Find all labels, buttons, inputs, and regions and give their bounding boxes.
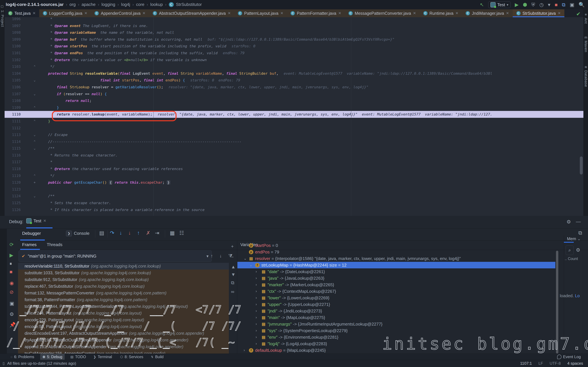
indent-style[interactable]: 4 spaces xyxy=(567,361,583,366)
toolwindow-button-5-debug[interactable]: ⬢5: Debug xyxy=(40,354,65,360)
breadcrumb-segment[interactable]: core xyxy=(136,2,144,7)
sidebar-item-project[interactable]: 1: Project xyxy=(0,10,5,27)
code-line[interactable]: 1104 protected String resolveVariable(fi… xyxy=(5,70,583,77)
editor-tab[interactable]: CTest.java✕ xyxy=(5,9,39,17)
tab-console[interactable]: Console xyxy=(74,231,89,236)
search-everywhere-icon[interactable]: 🔍 xyxy=(579,1,585,8)
code-line[interactable]: 1096 * xyxy=(5,17,583,22)
breadcrumb-segment[interactable]: lookup xyxy=(150,2,163,7)
code-line[interactable]: 1100 * @param startPos the start positio… xyxy=(5,43,583,50)
fold-marker-icon[interactable]: ⌄ xyxy=(32,77,37,84)
fold-marker-icon[interactable]: ⌄ xyxy=(32,131,37,138)
variable-row[interactable]: ⌄fstrLookupMap = {HashMap@2244} size = 1… xyxy=(237,262,555,268)
navigate-back-icon[interactable]: ↖ xyxy=(480,1,484,8)
memory-tab-label[interactable]: Mem ⌄ xyxy=(567,236,581,241)
file-encoding[interactable]: UTF-8 xyxy=(550,361,561,366)
drop-frame-icon[interactable]: ✗ xyxy=(146,230,150,236)
terminal-run-icon[interactable]: ▣ xyxy=(570,1,574,8)
breadcrumb-class[interactable]: StrSubstitutor xyxy=(176,2,202,7)
close-icon[interactable]: ✕ xyxy=(84,11,87,15)
pause-icon[interactable]: ⏸ xyxy=(9,261,12,267)
editor-tab[interactable]: CAppenderControl.java✕ xyxy=(91,9,149,17)
stack-frame-row[interactable]: substitute:1033, StrSubstitutor(org.apac… xyxy=(18,269,229,276)
restore-layout-icon[interactable]: ⧉ xyxy=(578,230,582,236)
move-frame-down-icon[interactable]: ↓ xyxy=(219,253,222,259)
code-line[interactable]: 1125 * Sets the escape character. xyxy=(5,200,583,206)
editor-tab[interactable]: CStrSubstitutor.java✕ xyxy=(513,9,564,17)
debug-session-tab[interactable]: Test ✕ xyxy=(26,218,46,224)
step-out-icon[interactable]: ↑ xyxy=(137,230,140,236)
layout-icon[interactable]: ▤ xyxy=(99,230,104,236)
variable-row[interactable]: ›fdefaultLookup = {MapLookup@2245} xyxy=(237,347,555,354)
stack-frame-row[interactable]: substitute:912, StrSubstitutor(org.apach… xyxy=(18,276,229,283)
chevron-icon[interactable]: › xyxy=(256,321,257,327)
editor-tab[interactable]: CLoggerConfig.java✕ xyxy=(39,9,91,17)
stack-frame-row[interactable]: toSerializable:344, PatternLayout$Patter… xyxy=(18,303,229,310)
chevron-icon[interactable]: › xyxy=(256,275,257,282)
editor-tab[interactable]: CMessagePatternConverter.java✕ xyxy=(345,9,420,17)
variable-row[interactable]: ›▤"date" -> {DateLookup@2261} xyxy=(237,268,555,275)
gear-icon[interactable]: ⚙ xyxy=(567,219,571,225)
chevron-icon[interactable]: › xyxy=(256,295,257,301)
gear-icon[interactable]: ⚙ xyxy=(576,247,580,253)
load-classes-link[interactable]: Lo xyxy=(575,293,580,298)
code-line[interactable]: 1120+ public char getEscapeChar() { retu… xyxy=(5,179,583,186)
move-down-icon[interactable]: ▼ xyxy=(231,272,236,277)
run-to-cursor-icon[interactable]: ⇥ xyxy=(155,230,159,236)
debug-bug-icon[interactable]: ⬢ xyxy=(523,1,527,8)
line-separator[interactable]: LF xyxy=(538,361,543,366)
breadcrumb-jar[interactable]: log4j-core-2.14.1-sources.jar xyxy=(6,2,64,7)
chevron-icon[interactable]: › xyxy=(256,288,257,295)
code-line[interactable]: 1126 * If this character is placed befor… xyxy=(5,206,583,213)
code-line[interactable]: 1114⌃ //--------------------------------… xyxy=(5,138,583,145)
pin-icon[interactable]: 📌 xyxy=(9,322,16,327)
chevron-icon[interactable]: › xyxy=(256,327,257,334)
remove-watch-icon[interactable]: − xyxy=(231,254,234,260)
fold-marker-icon[interactable]: ⌄ xyxy=(32,145,37,152)
variable-row[interactable]: ⌄▤resolver = {Interpolator@1586} "{date,… xyxy=(237,255,555,262)
code-line[interactable]: 1106 final StrLookup resolver = getVaria… xyxy=(5,84,583,91)
close-icon[interactable]: ✕ xyxy=(33,11,36,15)
fold-marker-icon[interactable]: ⌄ xyxy=(32,91,37,98)
toolwindow-button-8-services[interactable]: ⬡8: Services xyxy=(118,354,146,360)
fold-marker-icon[interactable]: ⌃ xyxy=(32,118,37,125)
code-line[interactable]: 1099 * @param buf the buffer where the s… xyxy=(5,36,583,43)
variable-row[interactable]: ›▤"sys" -> {SystemPropertiesLookup@2279} xyxy=(237,327,555,334)
chevron-icon[interactable]: ⌄ xyxy=(244,255,247,262)
fold-marker-icon[interactable]: ⌃ xyxy=(32,63,37,70)
variable-row[interactable]: ›▤"lower" -> {LowerLookup@2269} xyxy=(237,295,555,301)
code-line[interactable]: 1101 * @param endPos the end position of… xyxy=(5,50,583,57)
stop-icon[interactable]: ■ xyxy=(9,269,12,275)
toolwindows-icon[interactable]: ⧉ xyxy=(562,1,565,8)
event-log-button[interactable]: Event Log xyxy=(557,354,581,360)
code-line[interactable]: 1116 * Returns the escape character. xyxy=(5,152,583,159)
search-icon[interactable]: ⌕ xyxy=(566,245,574,255)
editor-tab[interactable]: CPatternFormatter.java✕ xyxy=(287,9,345,17)
step-over-icon[interactable]: ↷ xyxy=(110,230,114,236)
profiler-icon[interactable]: ◷ xyxy=(539,1,544,8)
chevron-icon[interactable]: › xyxy=(256,314,257,321)
code-line[interactable]: 1124⌄ /** xyxy=(5,193,583,200)
code-line[interactable]: 1113⌄ // Escape xyxy=(5,131,583,138)
code-line[interactable]: 1117 * xyxy=(5,158,583,166)
toolwindow-button-build[interactable]: ↯Build xyxy=(148,354,166,360)
step-into-icon[interactable]: ↓ xyxy=(120,230,122,236)
chevron-icon[interactable]: › xyxy=(256,341,257,347)
fold-marker-icon[interactable]: ⌄ xyxy=(32,193,37,200)
chevron-icon[interactable]: › xyxy=(256,301,257,308)
variable-row[interactable]: ›▤"java" -> {JavaLookup@2263} xyxy=(237,275,555,282)
code-line[interactable]: 1112 xyxy=(5,125,583,132)
fold-marker-icon[interactable]: ⌃ xyxy=(32,172,37,179)
variable-row[interactable]: ›▤"log4j" -> {Log4jLookup@2283} xyxy=(237,341,555,347)
variable-row[interactable]: ›▤"env" -> {EnvironmentLookup@2281} xyxy=(237,334,555,341)
stack-frame-row[interactable]: tryAppend:190, AbstractOutputStreamAppen… xyxy=(18,337,229,343)
tab-threads[interactable]: Threads xyxy=(47,242,62,247)
memory-panel-scrollbar[interactable] xyxy=(556,251,558,354)
evaluate-icon[interactable]: ∞ xyxy=(231,289,234,294)
close-icon[interactable]: ✕ xyxy=(455,11,458,15)
profiler-dropdown-icon[interactable]: ▾ xyxy=(548,1,550,8)
variable-row[interactable]: ›▤"ctx" -> {ContextMapLookup@2267} xyxy=(237,288,555,295)
stack-frame-row[interactable]: encode:229, PatternLayout(org.apache.log… xyxy=(18,317,229,323)
breadcrumb[interactable]: log4j-core-2.14.1-sources.jar›org›apache… xyxy=(6,2,202,7)
close-icon[interactable]: ✕ xyxy=(558,11,561,15)
